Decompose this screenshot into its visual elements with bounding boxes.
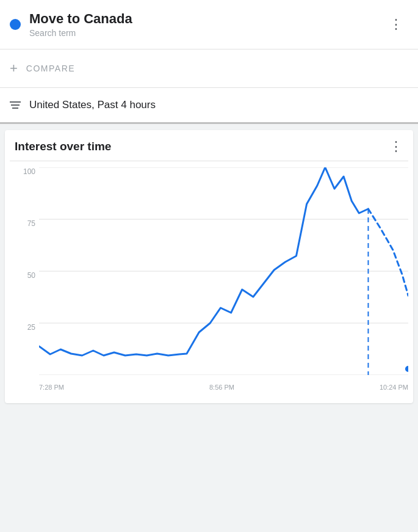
x-label-3: 10:24 PM xyxy=(380,384,408,391)
filter-text: United States, Past 4 hours xyxy=(29,99,156,111)
chart-inner: 100 75 50 25 xyxy=(39,167,408,375)
search-term-more-button[interactable]: ⋮ xyxy=(384,15,408,34)
y-label-100: 100 xyxy=(12,167,35,176)
y-label-25: 25 xyxy=(12,323,35,332)
search-term-row: Move to Canada Search term ⋮ xyxy=(0,0,418,49)
chart-section: Interest over time ⋮ 100 75 50 25 xyxy=(0,124,418,409)
chart-card: Interest over time ⋮ 100 75 50 25 xyxy=(5,130,413,403)
y-axis: 100 75 50 25 xyxy=(12,167,35,375)
svg-point-6 xyxy=(405,366,408,372)
search-term-text: Move to Canada Search term xyxy=(29,11,384,38)
chart-header: Interest over time ⋮ xyxy=(10,140,408,161)
compare-row[interactable]: + COMPARE xyxy=(0,49,418,88)
chart-title: Interest over time xyxy=(15,140,111,153)
filter-row[interactable]: United States, Past 4 hours xyxy=(0,88,418,124)
x-label-1: 7:28 PM xyxy=(39,384,64,391)
x-axis: 7:28 PM 8:56 PM 10:24 PM xyxy=(39,384,408,391)
x-label-2: 8:56 PM xyxy=(209,384,234,391)
search-term-title: Move to Canada xyxy=(29,11,384,27)
chart-svg xyxy=(39,167,408,375)
compare-plus-icon: + xyxy=(10,60,18,76)
chart-more-button[interactable]: ⋮ xyxy=(389,140,403,153)
compare-label: COMPARE xyxy=(26,64,75,73)
filter-icon xyxy=(10,101,21,109)
chart-container: 100 75 50 25 xyxy=(10,161,408,393)
blue-dot-indicator xyxy=(10,19,21,30)
y-label-50: 50 xyxy=(12,271,35,280)
search-term-subtitle: Search term xyxy=(29,28,384,38)
y-label-75: 75 xyxy=(12,219,35,228)
